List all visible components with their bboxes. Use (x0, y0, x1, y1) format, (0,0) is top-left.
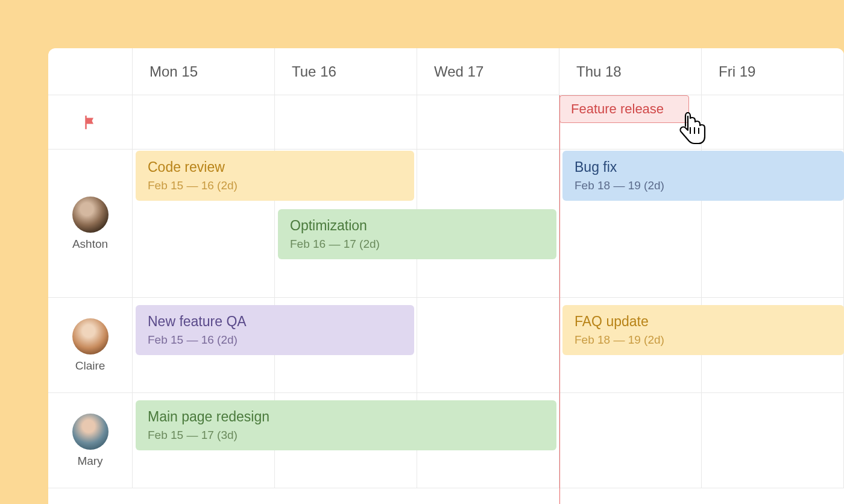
day-column-header[interactable]: Fri 19 (702, 48, 844, 95)
day-column-header[interactable]: Mon 15 (133, 48, 275, 95)
timeline-cell[interactable] (417, 298, 559, 392)
task-dates: Feb 15 — 17 (3d) (148, 429, 544, 442)
avatar (72, 414, 109, 450)
task-code-review[interactable]: Code review Feb 15 — 16 (2d) (136, 151, 414, 201)
day-column-header[interactable]: Thu 18 (559, 48, 702, 95)
task-dates: Feb 16 — 17 (2d) (290, 238, 544, 251)
today-marker (559, 95, 560, 504)
person-name: Ashton (72, 238, 108, 251)
task-dates: Feb 15 — 16 (2d) (148, 179, 402, 192)
task-title: Optimization (290, 218, 544, 234)
task-title: Code review (148, 159, 402, 175)
person-sidebar[interactable]: Mary (48, 393, 133, 488)
task-new-feature-qa[interactable]: New feature QA Feb 15 — 16 (2d) (136, 305, 414, 355)
day-column-header[interactable]: Tue 16 (275, 48, 417, 95)
avatar (72, 197, 109, 233)
person-sidebar[interactable]: Ashton (48, 150, 133, 297)
day-column-header[interactable]: Wed 17 (417, 48, 559, 95)
milestone-feature-release[interactable]: Feature release (559, 95, 689, 123)
task-dates: Feb 15 — 16 (2d) (148, 333, 402, 347)
milestone-cell[interactable] (417, 95, 559, 149)
task-main-page-redesign[interactable]: Main page redesign Feb 15 — 17 (3d) (136, 400, 556, 450)
avatar (72, 318, 109, 354)
cursor-pointer-icon (676, 112, 707, 152)
calendar-header: Mon 15 Tue 16 Wed 17 Thu 18 Fri 19 (48, 48, 844, 95)
task-title: Main page redesign (148, 409, 544, 425)
milestone-cell[interactable] (702, 95, 844, 149)
header-corner (48, 48, 133, 95)
timeline-cell[interactable] (559, 393, 702, 488)
person-name: Claire (75, 359, 106, 373)
task-dates: Feb 18 — 19 (2d) (575, 333, 832, 347)
timeline-cell[interactable] (702, 393, 844, 488)
task-optimization[interactable]: Optimization Feb 16 — 17 (2d) (278, 209, 556, 259)
milestone-sidebar (48, 95, 133, 149)
task-faq-update[interactable]: FAQ update Feb 18 — 19 (2d) (562, 305, 844, 355)
calendar-view: Mon 15 Tue 16 Wed 17 Thu 18 Fri 19 Featu… (48, 48, 844, 504)
task-bug-fix[interactable]: Bug fix Feb 18 — 19 (2d) (562, 151, 844, 201)
milestone-cell[interactable] (275, 95, 417, 149)
milestone-row: Feature release (48, 95, 844, 150)
task-title: New feature QA (148, 313, 402, 330)
person-row-ashton: Ashton Code review Feb 15 — 16 (2d) Opti… (48, 150, 844, 298)
milestone-label: Feature release (571, 101, 664, 116)
task-title: FAQ update (575, 313, 832, 330)
person-sidebar[interactable]: Claire (48, 298, 133, 392)
flag-icon (81, 113, 100, 132)
milestone-cell[interactable] (133, 95, 275, 149)
task-title: Bug fix (575, 159, 832, 175)
person-name: Mary (77, 455, 102, 468)
person-row-mary: Mary Main page redesign Feb 15 — 17 (3d) (48, 393, 844, 488)
task-dates: Feb 18 — 19 (2d) (575, 179, 832, 192)
person-row-claire: Claire New feature QA Feb 15 — 16 (2d) F… (48, 298, 844, 393)
